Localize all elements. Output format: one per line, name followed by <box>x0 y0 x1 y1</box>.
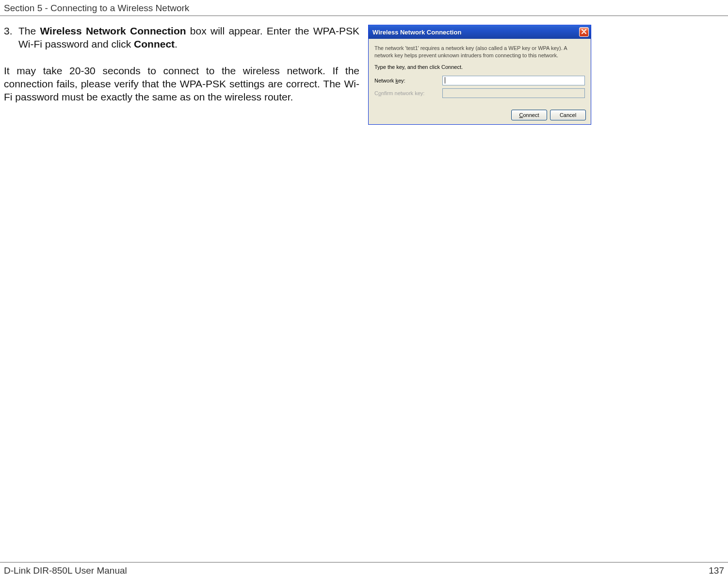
close-button[interactable] <box>579 27 589 37</box>
step-text-part1: The <box>18 25 40 36</box>
dialog-title: Wireless Network Connection <box>372 29 461 36</box>
cancel-button[interactable]: Cancel <box>550 110 586 120</box>
dialog-column: Wireless Network Connection The network … <box>368 25 724 125</box>
network-key-label: Network key: <box>374 78 442 83</box>
section-title: Section 5 - Connecting to a Wireless Net… <box>4 3 189 13</box>
content-area: 3. The Wireless Network Connection box w… <box>0 25 728 125</box>
dialog-description: The network 'test1' requires a network k… <box>374 45 585 59</box>
network-key-input[interactable] <box>442 76 585 85</box>
step-bold-2: Connect <box>134 38 175 50</box>
footer-divider <box>0 562 728 562</box>
dialog-titlebar[interactable]: Wireless Network Connection <box>369 25 591 39</box>
connect-button[interactable]: Connect <box>511 110 547 120</box>
confirm-key-label: Confirm network key: <box>374 90 442 96</box>
step-number: 3. <box>4 25 18 51</box>
footer-manual-title: D-Link DIR-850L User Manual <box>4 565 127 576</box>
step-text: The Wireless Network Connection box will… <box>18 25 359 51</box>
text-cursor <box>445 77 445 83</box>
confirm-key-row: Confirm network key: <box>374 88 585 98</box>
network-key-row: Network key: <box>374 76 585 85</box>
step-bold-1: Wireless Network Connection <box>40 25 186 36</box>
close-icon <box>582 29 586 35</box>
header-divider <box>0 16 728 16</box>
confirm-key-input <box>442 88 585 98</box>
dialog-instruction: Type the key, and then click Connect. <box>374 64 585 70</box>
dialog-body: The network 'test1' requires a network k… <box>369 39 591 106</box>
paragraph: It may take 20-30 seconds to connect to … <box>4 65 359 104</box>
footer: D-Link DIR-850L User Manual 137 <box>4 565 724 576</box>
footer-page-number: 137 <box>709 565 724 576</box>
wireless-connection-dialog: Wireless Network Connection The network … <box>368 25 591 125</box>
dialog-button-row: Connect Cancel <box>369 106 591 124</box>
step-text-part3: . <box>175 38 178 50</box>
step-3: 3. The Wireless Network Connection box w… <box>4 25 359 51</box>
section-header: Section 5 - Connecting to a Wireless Net… <box>0 0 728 16</box>
text-column: 3. The Wireless Network Connection box w… <box>4 25 359 125</box>
